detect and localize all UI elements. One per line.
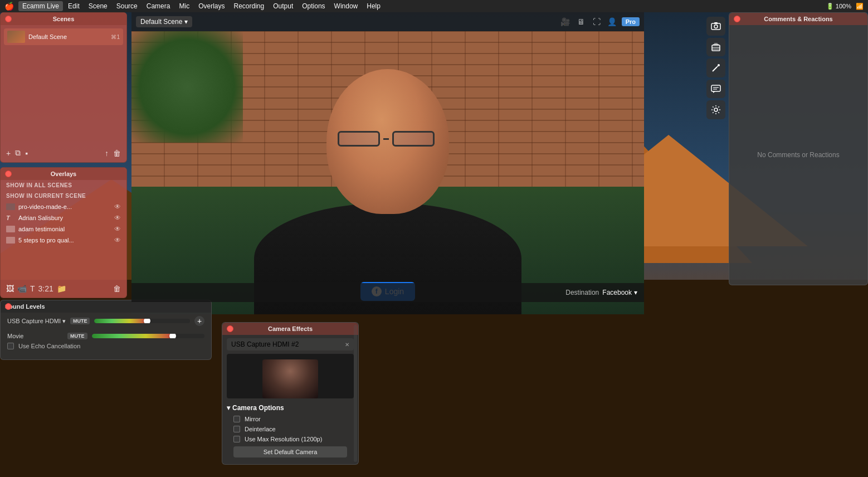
svg-rect-21 — [711, 85, 720, 91]
scene-name: Default Scene — [28, 33, 111, 40]
scenes-folder-button[interactable]: ▪ — [25, 149, 28, 158]
scenes-duplicate-button[interactable]: ⧉ — [15, 148, 21, 158]
menubar-recording[interactable]: Recording — [230, 1, 268, 11]
sound-close-button[interactable] — [5, 303, 12, 310]
camera-scrollbar[interactable] — [354, 325, 357, 462]
overlays-close-button[interactable] — [5, 171, 12, 177]
menubar-source[interactable]: Source — [113, 1, 142, 11]
sound-add-button[interactable]: + — [194, 316, 204, 326]
camera-device-clear[interactable]: ✕ — [345, 342, 349, 348]
overlays-time-button[interactable]: 3:21 — [38, 284, 53, 293]
camera-option-deinterlace: Deinterlace — [227, 424, 354, 434]
scenes-content: Default Scene ⌘1 — [1, 25, 126, 51]
overlay-eye-3[interactable]: 👁 — [114, 236, 121, 244]
comments-empty-message: No Comments or Reactions — [729, 25, 867, 285]
overlays-panel: Overlays SHOW IN ALL SCENES SHOW IN CURR… — [0, 167, 127, 298]
sound-movie-volume-bar[interactable] — [92, 334, 205, 338]
destination-dropdown-arrow: ▾ — [634, 289, 637, 296]
overlay-eye-0[interactable]: 👁 — [114, 203, 121, 211]
sidebar-settings-icon[interactable] — [706, 100, 725, 119]
show-all-scenes-label: SHOW IN ALL SCENES — [1, 180, 126, 191]
destination-value-label: Facebook — [602, 289, 632, 296]
overlays-text-button[interactable]: T — [30, 284, 35, 293]
overlay-item-0[interactable]: pro-video-made-e... 👁 — [1, 201, 126, 212]
camera-effects-title: Camera Effects — [268, 325, 313, 332]
sound-device-select[interactable]: USB Capture HDMI ▾ — [7, 318, 66, 325]
menubar-output[interactable]: Output — [269, 1, 297, 11]
destination-label: Destination — [565, 289, 599, 296]
overlay-item-2[interactable]: adam testimonial 👁 — [1, 223, 126, 235]
overlays-delete-button[interactable]: 🗑 — [113, 284, 121, 293]
scenes-title: Scenes — [53, 16, 75, 22]
scenes-share-button[interactable]: ↑ — [105, 149, 109, 158]
sidebar-chat-icon[interactable] — [706, 80, 725, 99]
maxres-checkbox[interactable] — [233, 436, 240, 442]
sound-volume-fill — [94, 319, 147, 323]
overlays-image-button[interactable]: 🖼 — [6, 284, 14, 293]
camera-preview — [227, 354, 354, 398]
scenes-delete-button[interactable]: 🗑 — [113, 149, 121, 158]
menubar-camera[interactable]: Camera — [143, 1, 174, 11]
mirror-checkbox[interactable] — [233, 416, 240, 422]
video-person — [248, 58, 527, 314]
scene-dropdown-label: Default Scene — [140, 18, 182, 26]
sound-levels-panel: Sound Levels USB Capture HDMI ▾ MUTE + M… — [0, 300, 212, 360]
fullscreen-icon[interactable]: ⛶ — [591, 16, 603, 28]
video-icon[interactable]: 🎥 — [559, 16, 572, 28]
sound-volume-bar[interactable] — [94, 319, 190, 323]
sidebar-layers-icon[interactable] — [706, 38, 725, 57]
deinterlace-checkbox[interactable] — [233, 426, 240, 432]
overlay-name-3: 5 steps to pro qual... — [18, 237, 114, 244]
overlay-icon-image-2 — [6, 226, 15, 232]
svg-point-11 — [714, 25, 718, 28]
menubar-edit[interactable]: Edit — [64, 1, 84, 11]
echo-cancellation-row: Use Echo Cancellation — [1, 343, 211, 349]
scene-item-default[interactable]: Default Scene ⌘1 — [4, 28, 123, 45]
menubar-mic[interactable]: Mic — [175, 1, 193, 11]
menubar-ecamm[interactable]: Ecamm Live — [18, 1, 63, 11]
comments-close-button[interactable] — [734, 16, 740, 22]
sound-mute-button[interactable]: MUTE — [70, 318, 90, 324]
overlay-eye-1[interactable]: 👁 — [114, 214, 121, 222]
echo-checkbox[interactable] — [7, 343, 14, 349]
scene-dropdown-arrow: ▾ — [184, 18, 188, 26]
camera-option-maxres: Use Max Resolution (1200p) — [227, 434, 354, 444]
overlay-name-0: pro-video-made-e... — [18, 203, 114, 210]
overlay-eye-2[interactable]: 👁 — [114, 225, 121, 233]
apple-menu[interactable]: 🍎 — [4, 2, 14, 11]
set-default-camera-button[interactable]: Set Default Camera — [233, 446, 347, 457]
overlay-item-3[interactable]: 5 steps to pro qual... 👁 — [1, 235, 126, 246]
overlay-item-1[interactable]: T Adrian Salisbury 👁 — [1, 212, 126, 223]
user-icon[interactable]: 👤 — [606, 16, 618, 28]
overlays-video-button[interactable]: 📹 — [17, 284, 27, 293]
overlay-icon-text: T — [6, 215, 15, 221]
scenes-add-button[interactable]: + — [6, 149, 11, 158]
menubar: 🍎 Ecamm Live Edit Scene Source Camera Mi… — [0, 0, 868, 12]
camera-device-dropdown[interactable]: USB Capture HDMI #2 ✕ — [227, 338, 354, 351]
camera-effects-close-button[interactable] — [227, 325, 233, 332]
echo-label: Use Echo Cancellation — [18, 343, 80, 349]
sound-volume-knob[interactable] — [144, 319, 150, 323]
overlays-folder-button[interactable]: 📁 — [57, 284, 66, 293]
sidebar-camera-icon[interactable] — [706, 17, 725, 36]
mirror-label: Mirror — [245, 416, 261, 422]
camera-preview-image — [262, 359, 318, 398]
sidebar-wand-icon[interactable] — [706, 59, 725, 77]
sound-device-arrow: ▾ — [62, 318, 66, 325]
menubar-help[interactable]: Help — [363, 1, 384, 11]
camera-options-header[interactable]: ▾ Camera Options — [227, 402, 354, 414]
scenes-close-button[interactable] — [5, 16, 12, 22]
maxres-label: Use Max Resolution (1200p) — [245, 436, 322, 442]
sound-movie-volume-knob[interactable] — [169, 334, 176, 338]
menubar-window[interactable]: Window — [330, 1, 362, 11]
sound-movie-mute-button[interactable]: MUTE — [67, 333, 87, 339]
video-toolbar: Default Scene ▾ 🎥 🖥 ⛶ 👤 Pro — [131, 12, 644, 31]
monitor-icon[interactable]: 🖥 — [575, 16, 587, 28]
menubar-options[interactable]: Options — [298, 1, 329, 11]
menubar-scene[interactable]: Scene — [85, 1, 111, 11]
destination-dropdown[interactable]: Facebook ▾ — [602, 289, 637, 296]
menubar-overlays[interactable]: Overlays — [194, 1, 228, 11]
scene-dropdown[interactable]: Default Scene ▾ — [136, 16, 192, 27]
overlay-icon-image-3 — [6, 237, 15, 244]
camera-option-mirror: Mirror — [227, 414, 354, 424]
